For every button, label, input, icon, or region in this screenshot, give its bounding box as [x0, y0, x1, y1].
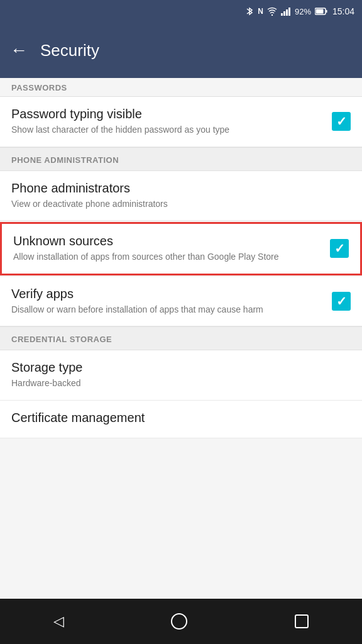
phone-administrators-text: Phone administrators View or deactivate …: [11, 181, 351, 211]
status-bar: N 92% 15:04: [0, 0, 362, 23]
certificate-management-text: Certificate management: [11, 411, 351, 428]
password-typing-visible-subtitle: Show last character of the hidden passwo…: [11, 124, 324, 136]
certificate-management-title: Certificate management: [11, 411, 343, 425]
storage-type-title: Storage type: [11, 360, 343, 375]
wifi-icon: [267, 7, 277, 16]
svg-rect-6: [326, 10, 327, 13]
signal-icon: [281, 7, 291, 16]
phone-administrators-title: Phone administrators: [11, 181, 343, 196]
nav-home-icon: [171, 613, 187, 630]
nav-recent-icon: [295, 614, 309, 628]
unknown-sources-checkbox[interactable]: ✓: [330, 239, 349, 258]
storage-type-item[interactable]: Storage type Hardware-backed: [0, 350, 362, 401]
password-typing-visible-checkbox[interactable]: ✓: [332, 112, 351, 131]
unknown-sources-title: Unknown sources: [13, 234, 322, 248]
status-time: 15:04: [332, 6, 354, 16]
svg-rect-1: [281, 13, 283, 16]
unknown-sources-checkmark-icon: ✓: [334, 241, 345, 256]
phone-administrators-item[interactable]: Phone administrators View or deactivate …: [0, 171, 362, 221]
unknown-sources-subtitle: Allow installation of apps from sources …: [13, 251, 322, 264]
app-bar: ← Security: [0, 23, 362, 78]
nav-back-icon: ◁: [53, 613, 64, 630]
back-button[interactable]: ←: [10, 40, 28, 60]
svg-point-0: [272, 14, 273, 16]
verify-apps-subtitle: Disallow or warn before installation of …: [11, 304, 324, 316]
settings-content: Passwords Password typing visible Show l…: [0, 78, 362, 599]
svg-rect-4: [288, 8, 290, 16]
storage-type-text: Storage type Hardware-backed: [11, 360, 351, 390]
verify-apps-text: Verify apps Disallow or warn before inst…: [11, 287, 332, 316]
nav-bar: ◁: [0, 599, 362, 644]
password-typing-visible-title: Password typing visible: [11, 107, 324, 121]
bluetooth-icon: [245, 6, 254, 16]
phone-administration-label: PHONE ADMINISTRATION: [11, 155, 119, 165]
password-typing-visible-text: Password typing visible Show last charac…: [11, 107, 332, 136]
battery-level: 92%: [295, 7, 311, 16]
unknown-sources-text: Unknown sources Allow installation of ap…: [13, 234, 330, 264]
battery-icon: [315, 8, 327, 15]
phone-administrators-subtitle: View or deactivate phone administrators: [11, 198, 343, 211]
verify-apps-checkbox[interactable]: ✓: [332, 292, 351, 311]
verify-apps-title: Verify apps: [11, 287, 324, 301]
phone-administration-divider: PHONE ADMINISTRATION: [0, 147, 362, 171]
credential-storage-divider: CREDENTIAL STORAGE: [0, 326, 362, 350]
credential-storage-label: CREDENTIAL STORAGE: [11, 335, 112, 344]
unknown-sources-item[interactable]: Unknown sources Allow installation of ap…: [0, 222, 362, 275]
svg-rect-7: [315, 9, 323, 14]
verify-apps-item[interactable]: Verify apps Disallow or warn before inst…: [0, 277, 362, 327]
svg-rect-2: [283, 11, 285, 16]
certificate-management-item[interactable]: Certificate management: [0, 401, 362, 438]
page-title: Security: [40, 41, 99, 60]
storage-type-subtitle: Hardware-backed: [11, 377, 343, 390]
svg-rect-3: [286, 9, 288, 16]
password-typing-visible-item[interactable]: Password typing visible Show last charac…: [0, 97, 362, 147]
passwords-section-label: Passwords: [0, 78, 362, 97]
nfc-icon: N: [258, 7, 263, 16]
checkmark-icon: ✓: [336, 114, 347, 129]
status-icons: N 92% 15:04: [245, 6, 354, 16]
nav-recent-button[interactable]: [282, 608, 321, 635]
verify-apps-checkmark-icon: ✓: [336, 294, 347, 309]
nav-back-button[interactable]: ◁: [41, 607, 77, 636]
nav-home-button[interactable]: [158, 607, 200, 636]
